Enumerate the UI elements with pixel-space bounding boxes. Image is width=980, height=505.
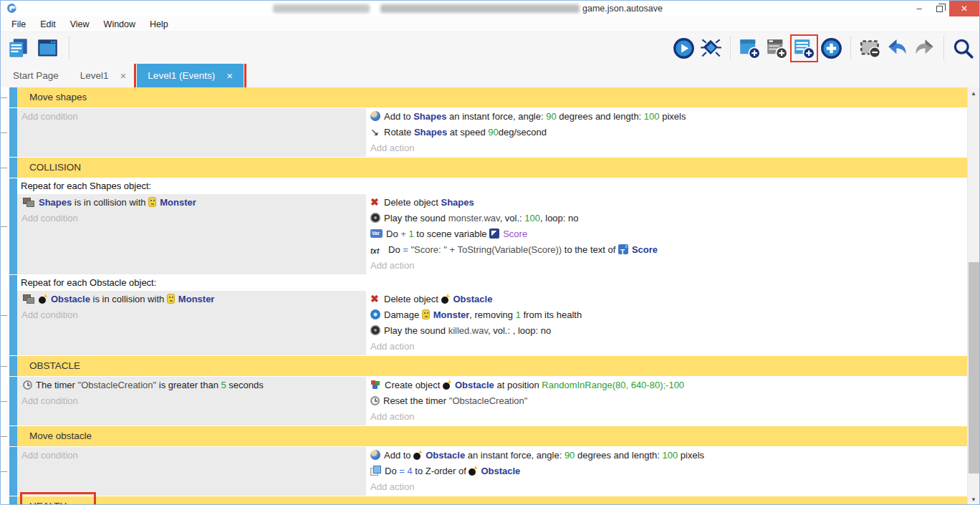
add-condition[interactable]: Add condition	[17, 307, 366, 323]
undo-button[interactable]	[886, 37, 908, 59]
text-segment: is in collision with	[90, 294, 167, 304]
actions-cell: Delete object ObstacleDamage Monster, re…	[366, 291, 969, 355]
event-group[interactable]: COLLISION	[1, 158, 969, 178]
action-line[interactable]: Do = "Score: " + ToString(Variable(Score…	[370, 242, 969, 258]
project-manager-button[interactable]	[7, 37, 29, 59]
action-line[interactable]: Reset the timer "ObstacleCreation"	[370, 393, 969, 409]
scroll-down-arrow-icon[interactable]: ▼	[968, 494, 979, 505]
event-selection-bar[interactable]	[9, 426, 17, 446]
add-scene-button[interactable]	[739, 37, 761, 59]
debug-button[interactable]	[700, 37, 722, 59]
event-selection-bar[interactable]	[9, 108, 17, 157]
redo-button[interactable]	[913, 37, 936, 59]
event-group[interactable]: Move obstacle	[1, 426, 969, 446]
conditions-cell: Shapes is in collision with MonsterAdd c…	[17, 194, 366, 274]
add-condition[interactable]: Add condition	[17, 211, 366, 226]
menu-help[interactable]: Help	[143, 19, 176, 29]
minimize-button[interactable]: –	[909, 1, 929, 16]
event-selection-bar[interactable]	[9, 496, 17, 505]
add-action[interactable]: Add action	[370, 140, 969, 156]
event-handle	[1, 436, 7, 437]
menu-edit[interactable]: Edit	[33, 19, 63, 29]
actions-cell: Add to Obstacle an instant force, angle:…	[366, 447, 969, 496]
event-selection-bar[interactable]	[9, 377, 17, 425]
menu-window[interactable]: Window	[97, 19, 143, 29]
tab-close-icon[interactable]: ×	[226, 69, 233, 82]
condition-line[interactable]: Obstacle is in collision with Monster	[17, 292, 366, 307]
text-segment: Shapes	[413, 111, 446, 122]
restore-button[interactable]	[929, 1, 949, 16]
bomb-icon	[443, 380, 451, 390]
text-segment: Play the sound	[384, 325, 448, 336]
text-segment: degrees and length:	[557, 111, 644, 122]
event-handle	[1, 401, 7, 402]
action-line[interactable]: Rotate Shapes at speed 90deg/second	[370, 125, 969, 140]
event-content: Move obstacle	[17, 426, 969, 446]
toolbar-separator	[69, 36, 69, 60]
add-condition[interactable]: Add condition	[17, 393, 366, 409]
conditions-cell: Add condition	[17, 447, 366, 496]
menu-file[interactable]: File	[4, 19, 33, 29]
tab-level1[interactable]: Level1×	[69, 64, 138, 87]
tab-start-page[interactable]: Start Page	[2, 64, 69, 87]
add-action[interactable]: Add action	[370, 479, 969, 495]
add-external-events-button[interactable]	[766, 37, 788, 59]
event-group[interactable]: OBSTACLE	[1, 356, 969, 376]
action-line[interactable]: Add to Obstacle an instant force, angle:…	[370, 448, 969, 463]
close-button[interactable]: ✕	[949, 1, 979, 16]
action-line[interactable]: Do = 4 to Z-order of Obstacle	[370, 463, 969, 479]
text-segment: 100	[644, 111, 660, 122]
delete-icon	[370, 197, 380, 207]
text-segment: 5	[221, 380, 226, 390]
event-selection-bar[interactable]	[9, 356, 17, 376]
sound-icon	[370, 325, 380, 335]
text-segment: Do	[385, 466, 399, 476]
vertical-scrollbar[interactable]: ▲ ▼	[967, 87, 979, 505]
text-segment: pixels	[660, 111, 686, 122]
remove-frame-button[interactable]	[859, 37, 881, 59]
action-line[interactable]: Do + 1 to scene variable Score	[370, 226, 969, 242]
add-action[interactable]: Add action	[370, 409, 969, 425]
play-button[interactable]	[673, 37, 695, 59]
scene-editor-button[interactable]	[37, 37, 59, 59]
event-selection-bar[interactable]	[9, 447, 17, 496]
add-events-button[interactable]	[793, 37, 815, 59]
event-selection-bar[interactable]	[9, 178, 17, 274]
scroll-up-arrow-icon[interactable]: ▲	[968, 87, 979, 100]
conditions-cell: Add condition	[17, 108, 366, 157]
event-content: Add conditionAdd to Obstacle an instant …	[17, 447, 969, 496]
action-line[interactable]: Play the sound killed.wav, vol.: , loop:…	[370, 323, 969, 339]
add-action[interactable]: Add action	[370, 339, 969, 355]
action-line[interactable]: Damage Monster, removing 1 from its heal…	[370, 307, 969, 323]
event-selection-bar[interactable]	[9, 87, 17, 107]
event-header[interactable]: Repeat for each Shapes object:	[17, 178, 969, 194]
text-segment: an instant force, angle:	[446, 111, 546, 122]
add-condition[interactable]: Add condition	[17, 448, 366, 463]
search-button[interactable]	[952, 37, 974, 59]
event-group[interactable]: HEALTH	[1, 496, 969, 505]
action-line[interactable]: Delete object Obstacle	[370, 292, 969, 307]
menu-view[interactable]: View	[63, 19, 97, 29]
event-content: HEALTH	[17, 496, 969, 505]
scroll-thumb[interactable]	[969, 262, 979, 473]
tab-close-icon[interactable]: ×	[120, 69, 127, 82]
tab-level1-events-[interactable]: Level1 (Events)×	[137, 64, 244, 87]
action-line[interactable]: Create object Obstacle at position Rando…	[370, 377, 969, 393]
event-header[interactable]: Repeat for each Obstacle object:	[17, 275, 969, 291]
condition-line[interactable]: The timer "ObstacleCreation" is greater …	[17, 377, 366, 393]
event-selection-bar[interactable]	[9, 158, 17, 178]
text-segment: Do	[386, 229, 400, 239]
add-condition[interactable]: Add condition	[17, 109, 366, 125]
event-group[interactable]: Move shapes	[1, 87, 969, 107]
action-line[interactable]: Add to Shapes an instant force, angle: 9…	[370, 109, 969, 125]
add-action[interactable]: Add action	[370, 258, 969, 274]
action-line[interactable]: Play the sound monster.wav, vol.: 100, l…	[370, 211, 969, 226]
event-selection-bar[interactable]	[9, 275, 17, 355]
add-object-button[interactable]	[820, 37, 842, 59]
delete-icon	[370, 294, 380, 304]
scenevar-icon	[489, 229, 499, 239]
condition-line[interactable]: Shapes is in collision with Monster	[17, 195, 366, 211]
action-line[interactable]: Delete object Shapes	[370, 195, 969, 211]
event-gutter	[1, 158, 9, 178]
text-segment: 100	[524, 213, 540, 223]
